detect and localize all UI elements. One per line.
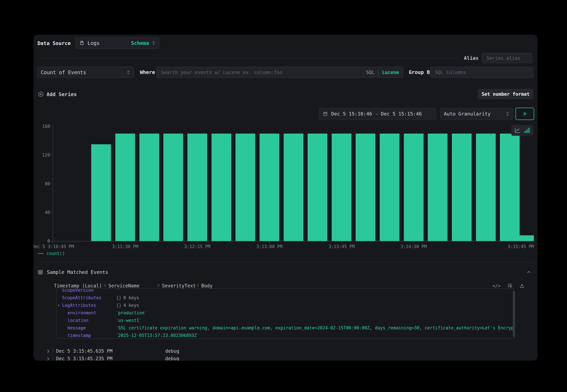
attribute-key: location [56,318,116,323]
chart-bar[interactable] [356,134,375,241]
chevron-up-down-icon [126,70,130,75]
y-axis-tick-label: 0 [36,238,50,244]
attribute-row[interactable]: ▾LogAttributes{}4 keys [56,301,514,309]
plus-circle-icon [38,91,44,97]
chart-bar[interactable] [284,134,304,241]
chart-bar[interactable] [308,134,327,241]
events-title: Sample Matched Events [47,269,108,275]
attribute-row: environment"production" [56,309,514,317]
chart-bar[interactable] [115,134,135,241]
column-header-label: Timestamp (Local) [54,283,102,289]
data-source-label: Data Source [38,38,71,49]
chevron-up-down-icon [152,40,155,46]
alias-input[interactable] [486,55,528,61]
search-box: SQL | Lucene [156,67,403,78]
aggregation-value: Count of Events [41,70,86,75]
text-wrap-icon[interactable] [507,283,513,288]
event-severity: debug [165,348,179,354]
chart-bar[interactable] [163,134,183,241]
chevron-up-down-icon [506,111,510,117]
events-scrollbar[interactable] [513,291,515,337]
y-axis-tick [50,126,52,126]
attribute-row: message"SSL certificate expiration warni… [56,324,514,332]
y-axis-tick-label: 160 [36,124,50,129]
language-toggle-divider: | [377,70,380,75]
bar-chart-icon[interactable] [524,127,530,134]
alias-label: Alias [464,55,478,61]
y-axis-tick-label: 120 [36,153,50,157]
x-axis-tick [197,241,198,243]
legend-series-label[interactable]: count() [46,251,65,256]
x-axis-tick-label: Dec 5 3:10:45 PM [33,244,74,249]
expand-chevron-icon[interactable]: ❯ [38,349,49,353]
code-icon[interactable]: </> [492,283,500,288]
braces-icon: {} [116,295,121,300]
event-row[interactable]: ❯Dec 5 3:15:45.235 PMdebug [38,355,534,361]
line-chart-icon[interactable] [514,127,521,134]
expander-open-icon[interactable]: ▾ [58,303,62,307]
group-by-input[interactable] [435,70,529,75]
attribute-key: timestamp [56,333,116,338]
y-axis-tick-label: 40 [36,210,50,215]
chart-bar[interactable] [476,134,496,241]
x-axis-tick [125,241,125,243]
chart-bar[interactable] [452,134,472,241]
chart-bar[interactable] [428,134,447,241]
x-axis-tick-label: 3:13:00 PM [256,244,283,249]
download-icon[interactable] [519,283,525,288]
chart-legend: count() [38,251,65,256]
chart-bar[interactable] [404,134,424,241]
run-query-button[interactable] [515,108,534,120]
data-source-select[interactable]: Logs Schema [75,37,159,49]
group-by-label: Group By [409,67,433,78]
x-axis-tick [534,241,534,243]
alias-group: Alias [464,53,532,63]
granularity-select[interactable]: Auto Granularity [440,108,513,120]
sql-mode-toggle[interactable]: SQL [366,70,374,75]
y-axis-tick [50,184,52,184]
time-range-picker[interactable]: Dec 5 15:10:46 - Dec 5 15:15:46 [319,108,436,120]
list-icon [38,269,43,275]
event-row[interactable]: ❯Dec 5 3:15:45.635 PMdebug [38,347,534,355]
query-builder-panel: Data Source Logs Schema Alias C [33,35,538,361]
collapse-chevron-up-icon[interactable] [526,270,531,275]
y-axis-tick [50,212,52,212]
set-number-format-button[interactable]: Set number format [478,89,533,99]
attribute-value: "SSL certificate expiration warning, dom… [116,325,514,330]
chart-bar[interactable] [500,134,520,241]
chart-bar[interactable] [380,134,400,241]
attribute-value: {}0 keys [116,295,514,300]
expanded-event-detail: ScopeVersion""ScopeAttributes{}0 keys▾Lo… [56,288,515,339]
y-axis-tick [50,241,52,241]
chart-bar[interactable] [332,134,351,241]
chart-bar[interactable] [235,134,255,241]
chart-bar[interactable] [139,134,159,241]
x-axis-tick [269,241,270,243]
lucene-mode-toggle[interactable]: Lucene [382,70,399,75]
key-count: 0 keys [123,295,139,300]
attribute-key: environment [56,310,116,315]
drag-handle-icon[interactable]: ⠿ [157,283,160,288]
chart-bar[interactable] [187,134,207,241]
attribute-key: ScopeVersion [56,288,116,293]
drag-handle-icon[interactable]: ⠿ [196,283,199,288]
drag-handle-icon[interactable]: ⠿ [103,283,106,288]
add-series-button[interactable]: Add Series [38,90,77,99]
chart-bar[interactable] [514,235,534,241]
chart-bar[interactable] [260,134,279,241]
column-header-label: ServiceName [109,283,139,289]
alias-input-box [482,53,532,63]
logs-stack-icon [79,40,84,46]
event-timestamp: Dec 5 3:15:45.235 PM [56,356,112,361]
chart-bar[interactable] [91,144,111,241]
chart-bar[interactable] [211,134,231,241]
group-by-box [430,67,534,78]
event-timestamp: Dec 5 3:15:45.635 PM [56,348,112,354]
x-axis-tick-label: 3:12:15 PM [184,244,210,249]
attribute-row[interactable]: ScopeAttributes{}0 keys [56,294,514,301]
search-input[interactable] [161,70,366,75]
severity-bar [53,356,53,361]
expand-chevron-icon[interactable]: ❯ [38,356,49,361]
aggregation-select[interactable]: Count of Events [37,67,134,78]
attribute-value: "us-west1" [116,318,514,323]
